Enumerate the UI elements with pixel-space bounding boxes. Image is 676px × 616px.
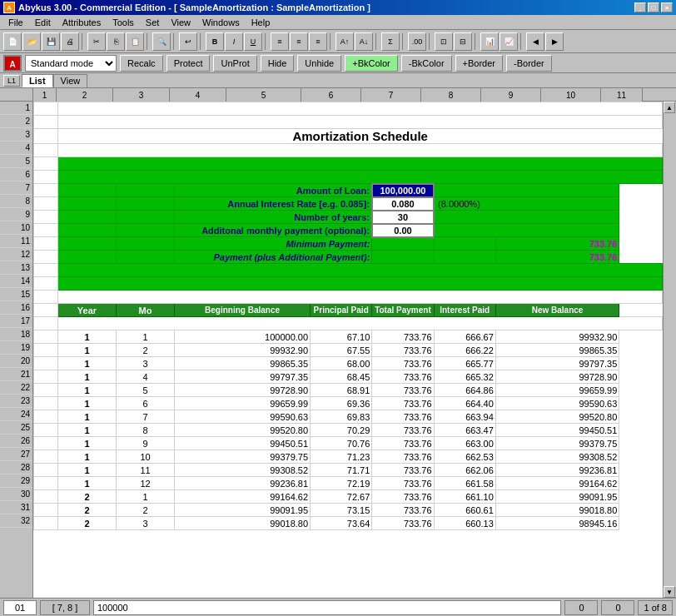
r16c1 [34,304,58,317]
undo-button[interactable]: ↩ [179,32,197,51]
r1c2 [57,102,662,116]
col-head-8: 8 [421,88,481,102]
sep11 [520,33,524,50]
sum-button[interactable]: Σ [381,32,400,51]
sep6 [330,33,333,50]
rd-mo: 2 [117,344,175,357]
formula-bar: A Standard mode Recalc Protect UnProt Hi… [0,53,676,73]
rd-prin: 69.36 [311,397,372,410]
r8-value[interactable]: 0.080 [372,197,434,211]
table-row: Number of years:30 [34,211,663,224]
rdc1 [34,477,58,490]
col-button[interactable]: ⊡ [435,32,453,51]
save-button[interactable]: 💾 [42,32,60,51]
menu-bar: File Edit Attributes Tools Set View Wind… [0,15,676,30]
row-num-26: 26 [0,435,32,448]
protect-button[interactable]: Protect [167,55,211,72]
minus-border-button[interactable]: -Border [506,55,552,72]
maximize-button[interactable]: □ [648,2,659,12]
col-head-3: 3 [113,88,170,102]
align-left-button[interactable]: ≡ [271,32,289,51]
align-right-button[interactable]: ≡ [309,32,327,51]
rd-newbal: 99932.90 [495,330,619,344]
cells-area[interactable]: Amortization ScheduleAmount of Loan:100,… [33,102,663,598]
row-num-9: 9 [0,208,32,221]
row-num-7: 7 [0,181,32,195]
rd-newbal: 99520.80 [495,410,619,424]
tab-view[interactable]: View [53,74,88,87]
menu-set[interactable]: Set [141,17,165,28]
recalc-button[interactable]: Recalc [120,55,163,72]
menu-help[interactable]: Help [246,17,276,28]
unprot-button[interactable]: UnProt [213,55,256,72]
minimize-button[interactable]: _ [634,2,646,12]
row-num-11: 11 [0,235,32,248]
level-button[interactable]: L1 [3,75,20,87]
decimal-button[interactable]: .00 [408,32,426,51]
menu-view[interactable]: View [166,17,196,28]
cut-button[interactable]: ✂ [87,32,106,51]
rd-total: 733.76 [372,370,434,384]
table-row: Additonal monthly payment (optional):0.0… [34,224,663,237]
row-button[interactable]: ⊟ [454,32,472,51]
rdc1 [34,330,58,344]
hide-button[interactable]: Hide [261,55,295,72]
table-row: 1999450.5170.76733.76663.0099379.75 [34,437,663,450]
r9-value[interactable]: 30 [372,211,434,224]
main-toolbar: 📄 📂 💾 🖨 ✂ ⎘ 📋 🔍 ↩ B I U ≡ ≡ ≡ A↑ A↓ Σ .0… [0,30,676,53]
rdc1 [34,424,58,437]
scroll-up-button[interactable]: ▲ [664,102,675,113]
rd-total: 733.76 [372,504,434,517]
rd-year: 2 [57,490,116,504]
r7-value[interactable]: 100,000.00 [372,184,434,197]
tab-list[interactable]: List [22,74,53,87]
col-head-1: 1 [33,88,57,102]
plus-bkcolor-button[interactable]: +BkColor [345,55,398,72]
scroll-track[interactable] [664,113,676,586]
menu-file[interactable]: File [3,17,28,28]
row-num-18: 18 [0,328,32,341]
r9c8 [434,211,619,224]
plus-border-button[interactable]: +Border [455,55,503,72]
row-num-29: 29 [0,474,32,488]
rd-year: 1 [57,344,116,357]
table-row: 11100000.0067.10733.76666.6799932.90 [34,330,663,344]
find-button[interactable]: 🔍 [152,32,171,51]
unhide-button[interactable]: Unhide [297,55,341,72]
open-button[interactable]: 📂 [22,32,41,51]
arrow-left-button[interactable]: ◀ [526,32,544,51]
rd-newbal: 98945.16 [495,517,619,530]
underline-button[interactable]: U [244,32,262,51]
font-size-up[interactable]: A↑ [336,32,354,51]
italic-button[interactable]: I [225,32,243,51]
copy-button[interactable]: ⎘ [107,32,125,51]
menu-attributes[interactable]: Attributes [57,17,106,28]
close-button[interactable]: × [661,2,673,12]
rd-mo: 3 [117,517,175,530]
minus-bkcolor-button[interactable]: -BkColor [401,55,452,72]
menu-edit[interactable]: Edit [30,17,56,28]
mode-select[interactable]: Standard mode [25,55,117,72]
r10-value[interactable]: 0.00 [372,224,434,237]
r10c2 [57,224,116,237]
rd-newbal: 99236.81 [495,464,619,477]
menu-tools[interactable]: Tools [107,17,139,28]
graph-button[interactable]: 📈 [500,32,518,51]
menu-windows[interactable]: Windows [197,17,245,28]
rd-begbal: 99308.52 [175,464,311,477]
arrow-right-button[interactable]: ▶ [545,32,564,51]
align-center-button[interactable]: ≡ [290,32,308,51]
r7-label: Amount of Loan: [175,184,372,197]
font-size-down[interactable]: A↓ [355,32,373,51]
bold-button[interactable]: B [206,32,224,51]
rd-prin: 67.10 [311,330,372,344]
print-button[interactable]: 🖨 [61,32,79,51]
row-num-27: 27 [0,448,32,461]
chart-button[interactable]: 📊 [480,32,499,51]
rdc1 [34,370,58,384]
rd-int: 666.22 [434,344,495,357]
new-button[interactable]: 📄 [3,32,22,51]
scroll-down-button[interactable]: ▼ [664,586,675,598]
v-scrollbar[interactable]: ▲ ▼ [663,102,676,598]
paste-button[interactable]: 📋 [126,32,144,51]
